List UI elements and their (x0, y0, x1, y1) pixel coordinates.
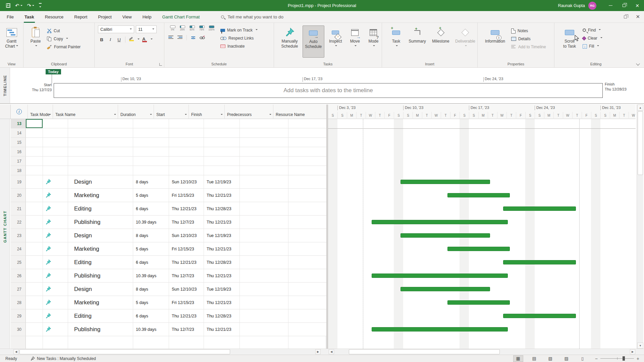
row-number[interactable]: 21 (11, 202, 26, 215)
start-cell[interactable] (169, 157, 204, 166)
task-name-cell[interactable]: Marketing (68, 296, 133, 309)
finish-cell[interactable]: Thu 12/21/23 (204, 269, 240, 282)
finish-cell[interactable]: Thu 12/21/23 (204, 216, 240, 229)
user-name[interactable]: Raunak Gupta (558, 3, 585, 8)
duration-cell[interactable]: 8 days (133, 175, 169, 188)
resource-names-cell[interactable] (288, 323, 326, 336)
fill-button[interactable]: ↓Fill (583, 42, 602, 50)
duration-cell[interactable] (133, 147, 169, 156)
start-cell[interactable]: Sun 12/10/23 (169, 229, 204, 242)
undo-button[interactable]: ↶ (15, 3, 22, 9)
start-cell[interactable] (169, 166, 204, 175)
row-number[interactable]: 15 (11, 138, 26, 147)
gantt-bar-editing[interactable] (503, 206, 576, 211)
finish-cell[interactable] (204, 128, 240, 137)
find-button[interactable]: Find (583, 26, 602, 34)
resource-names-cell[interactable] (288, 119, 326, 128)
bold-button[interactable]: B (98, 36, 105, 43)
info-cell[interactable] (26, 229, 43, 242)
inactivate-button[interactable]: Inactivate (220, 42, 258, 50)
font-dialog-launcher-icon[interactable] (159, 63, 162, 66)
restore-icon[interactable] (624, 15, 627, 18)
row-number[interactable]: 14 (11, 128, 26, 137)
finish-cell[interactable]: Thu 12/28/23 (204, 202, 240, 215)
vertical-scrollbar[interactable]: ▲ ▼ (637, 105, 643, 349)
predecessors-cell[interactable] (240, 119, 288, 128)
minimize-button[interactable] (604, 0, 617, 11)
row-number[interactable]: 18 (11, 166, 26, 175)
scroll-down-icon[interactable]: ▼ (637, 343, 643, 349)
tab-gantt-chart-format[interactable]: Gantt Chart Format (161, 11, 201, 23)
row-number[interactable]: 26 (11, 269, 26, 282)
row-number[interactable]: 23 (11, 229, 26, 242)
predecessors-cell[interactable] (240, 256, 288, 269)
resource-names-cell[interactable] (288, 269, 326, 282)
background-color-button[interactable] (128, 36, 135, 43)
resource-names-cell[interactable] (288, 256, 326, 269)
copy-button[interactable]: Copy (47, 35, 80, 43)
resource-names-cell[interactable] (288, 157, 326, 166)
insert-task-button[interactable]: + Task (387, 25, 405, 67)
task-name-cell[interactable] (68, 138, 133, 147)
scroll-to-task-button[interactable]: Scroll to Task (560, 25, 579, 67)
info-cell[interactable] (26, 202, 43, 215)
gantt-bar-publishing[interactable] (372, 327, 508, 331)
duration-cell[interactable]: 5 days (133, 296, 169, 309)
task-name-cell[interactable]: Editing (68, 256, 133, 269)
finish-cell[interactable]: Thu 12/21/23 (204, 189, 240, 202)
task-mode-cell[interactable] (43, 242, 68, 255)
row-number[interactable]: 16 (11, 147, 26, 156)
task-mode-cell[interactable] (43, 202, 68, 215)
close-button[interactable]: ✕ (631, 0, 644, 11)
finish-cell[interactable] (204, 119, 240, 128)
zoom-track[interactable] (600, 358, 634, 359)
table-scroll-thumb[interactable] (19, 349, 230, 354)
gantt-bar-marketing[interactable] (447, 247, 510, 251)
finish-cell[interactable]: Tue 12/19/23 (204, 283, 240, 296)
finish-cell[interactable]: Thu 12/28/23 (204, 256, 240, 269)
duration-cell[interactable]: 5 days (133, 189, 169, 202)
auto-schedule-button[interactable]: → Auto Schedule (303, 25, 324, 58)
duration-cell[interactable]: 8 days (133, 283, 169, 296)
avatar[interactable]: RG (588, 2, 596, 10)
predecessors-cell[interactable] (240, 323, 288, 336)
resource-names-cell[interactable] (288, 128, 326, 137)
predecessors-cell[interactable] (240, 283, 288, 296)
gantt-bar-publishing[interactable] (372, 220, 508, 224)
table-scroll-right-icon[interactable]: ▶ (315, 349, 321, 354)
tell-me-search[interactable]: Tell me what you want to do (221, 14, 283, 19)
gantt-bar-design[interactable] (400, 233, 490, 238)
restore-button[interactable] (617, 0, 631, 11)
predecessors-cell[interactable] (240, 202, 288, 215)
chart-scroll-left-icon[interactable]: ◀ (329, 349, 334, 354)
info-cell[interactable] (26, 166, 43, 175)
task-mode-cell[interactable] (43, 189, 68, 202)
row-number[interactable]: 20 (11, 189, 26, 202)
info-cell[interactable] (26, 157, 43, 166)
link-tasks-icon[interactable] (190, 36, 196, 40)
row-number[interactable]: 30 (11, 323, 26, 336)
task-name-cell[interactable]: Publishing (68, 323, 133, 336)
gantt-bar-design[interactable] (400, 180, 490, 184)
predecessors-cell[interactable] (240, 242, 288, 255)
timeline-pane-strip[interactable]: TIMELINE (0, 68, 10, 103)
task-name-cell[interactable] (68, 157, 133, 166)
info-cell[interactable] (26, 309, 43, 322)
task-mode-cell[interactable] (43, 269, 68, 282)
start-cell[interactable]: Thu 12/21/23 (169, 202, 204, 215)
start-cell[interactable]: Thu 12/21/23 (169, 256, 204, 269)
tab-task[interactable]: Task (23, 11, 36, 23)
information-button[interactable]: i Information (482, 25, 508, 67)
cut-button[interactable]: Cut (47, 27, 80, 35)
info-cell[interactable] (26, 283, 43, 296)
zoom-in-button[interactable]: + (637, 356, 639, 361)
finish-cell[interactable]: Tue 12/19/23 (204, 229, 240, 242)
collapse-ribbon-icon[interactable] (636, 62, 639, 65)
task-mode-cell[interactable] (43, 157, 68, 166)
tab-help[interactable]: Help (141, 11, 153, 23)
tab-project[interactable]: Project (97, 11, 113, 23)
finish-cell[interactable] (204, 147, 240, 156)
table-scroll-left-icon[interactable]: ◀ (13, 349, 19, 354)
row-number[interactable]: 25 (11, 256, 26, 269)
task-name-cell[interactable]: Editing (68, 309, 133, 322)
